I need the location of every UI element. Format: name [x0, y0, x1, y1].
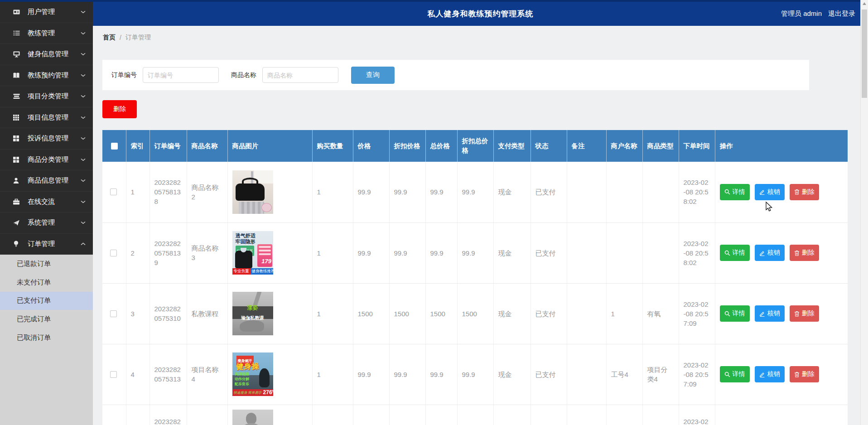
- sidebar-item-user-mgmt[interactable]: 用户管理: [0, 2, 93, 23]
- submenu-item-completed-orders[interactable]: 已完成订单: [0, 310, 93, 328]
- cell-product-name: 商品名称2: [187, 162, 227, 222]
- sidebar-item-complaint-info[interactable]: 投诉信息管理: [0, 128, 93, 150]
- submenu-item-cancelled-orders[interactable]: 已取消订单: [0, 328, 93, 347]
- cell-status: 已支付: [530, 222, 567, 283]
- table-row: 4 20232820575313 项目名称4 瘦身燃汗 健身操 高清视频 动作分…: [102, 344, 848, 405]
- row-checkbox[interactable]: [110, 310, 117, 317]
- cell-price: 1500: [353, 283, 389, 344]
- order-no-input[interactable]: [143, 67, 219, 83]
- delete-button[interactable]: 删除: [790, 366, 819, 382]
- cell-total: 99.9: [425, 222, 457, 283]
- row-checkbox[interactable]: [110, 188, 117, 195]
- detail-button[interactable]: 详情: [720, 184, 750, 200]
- sidebar-item-coach-mgmt[interactable]: 教练管理: [0, 23, 93, 44]
- sidebar-item-product-category[interactable]: 商品分类管理: [0, 150, 93, 171]
- sidebar-item-project-info[interactable]: 项目信息管理: [0, 107, 93, 129]
- cell-order-time: 2023-02-08 20:58:02: [679, 162, 715, 222]
- bulk-delete-button[interactable]: 删除: [102, 100, 137, 118]
- cell-product-type: [642, 162, 679, 222]
- select-all-checkbox[interactable]: [111, 143, 118, 150]
- order-no-label: 订单编号: [111, 71, 137, 79]
- sidebar-item-project-category[interactable]: 项目分类管理: [0, 86, 93, 107]
- search-icon: [724, 250, 730, 256]
- sidebar-item-product-info[interactable]: 商品信息管理: [0, 170, 93, 192]
- cell-order-no: 202328205758138: [149, 162, 187, 222]
- submenu-item-unpaid-orders[interactable]: 未支付订单: [0, 273, 93, 292]
- verify-button[interactable]: 核销: [755, 366, 785, 382]
- cell-actions: 详情 核销 删除: [715, 283, 848, 344]
- cell-remark: [567, 344, 606, 405]
- product-name-input[interactable]: [262, 67, 338, 83]
- cell-discount-price: 1500: [389, 283, 425, 344]
- vertical-scrollbar[interactable]: [860, 0, 868, 425]
- chevron-down-icon: [81, 53, 86, 56]
- pencil-icon: [759, 250, 765, 256]
- user-icon: [13, 177, 21, 184]
- cell-discount-total: 99.9: [457, 222, 493, 283]
- page: 用户管理 教练管理 健身信息管理 教练预约管理: [0, 0, 868, 425]
- cell-qty: 1: [312, 344, 353, 405]
- chevron-down-icon: [81, 137, 86, 140]
- cell-total: 1500: [425, 283, 457, 344]
- row-checkbox[interactable]: [110, 371, 117, 378]
- cell-order-time: 2023-02-08 20:58:02: [679, 222, 715, 283]
- cell-status: 已支付: [530, 283, 567, 344]
- cell-price: 99.9: [353, 162, 389, 222]
- sidebar-item-label: 教练管理: [28, 29, 81, 38]
- chevron-down-icon: [81, 158, 86, 161]
- verify-button[interactable]: 核销: [755, 184, 785, 200]
- trash-icon: [794, 311, 800, 317]
- submenu-item-refunded-orders[interactable]: 已退款订单: [0, 255, 93, 273]
- logout-link[interactable]: 退出登录: [828, 10, 855, 18]
- col-product-image: 商品图片: [227, 130, 312, 162]
- submenu-item-paid-orders[interactable]: 已支付订单: [0, 292, 93, 310]
- trash-icon: [794, 189, 800, 195]
- delete-button[interactable]: 删除: [790, 305, 819, 322]
- cell-order-no: 202328205758139: [149, 222, 187, 283]
- cell-product-type: 有氧: [642, 283, 679, 344]
- sidebar-item-label: 系统管理: [28, 218, 81, 227]
- cell-qty: 1: [312, 283, 353, 344]
- sidebar-item-label: 项目分类管理: [28, 92, 81, 101]
- product-image: [232, 410, 273, 425]
- breadcrumb-home[interactable]: 首页: [103, 34, 116, 42]
- sidebar-item-order-mgmt[interactable]: 订单管理: [0, 234, 93, 255]
- chevron-down-icon: [81, 200, 86, 203]
- col-status: 状态: [530, 130, 567, 162]
- cell-index: 2: [126, 222, 149, 283]
- cell-qty: 1: [312, 222, 353, 283]
- sidebar-item-fitness-info[interactable]: 健身信息管理: [0, 44, 93, 65]
- table-row: 1 202328205758138 商品名称2 1 99.9: [102, 162, 848, 222]
- sidebar-item-label: 商品信息管理: [28, 176, 81, 185]
- pencil-icon: [759, 311, 765, 317]
- paper-plane-icon: [13, 219, 21, 227]
- cell-pay-type: 现金: [493, 222, 530, 283]
- cell-merchant: 1: [606, 283, 642, 344]
- detail-button[interactable]: 详情: [720, 305, 750, 322]
- delete-button[interactable]: 删除: [790, 245, 819, 261]
- row-checkbox[interactable]: [110, 250, 117, 256]
- col-order-no: 订单编号: [149, 130, 187, 162]
- table-header: 索引 订单编号 商品名称 商品图片 购买数量 价格 折扣价格 总价格 折扣总价格…: [102, 130, 848, 162]
- cell-index: [126, 405, 149, 425]
- scrollbar-thumb[interactable]: [862, 10, 867, 98]
- verify-button[interactable]: 核销: [755, 245, 785, 261]
- col-remark: 备注: [567, 130, 606, 162]
- table-row: 3 20232820575310 私教课程 漾姿 瑜伽私教课: [102, 283, 848, 344]
- sidebar-item-online-chat[interactable]: 在线交流: [0, 192, 93, 213]
- trash-icon: [794, 250, 800, 256]
- cell-product-name: 私教课程: [187, 283, 227, 344]
- sidebar-item-coach-booking[interactable]: 教练预约管理: [0, 65, 93, 87]
- detail-button[interactable]: 详情: [720, 366, 750, 382]
- scrollbar-up-arrow-icon[interactable]: [863, 2, 866, 5]
- cell-product-name: 项目名称4: [187, 344, 227, 405]
- cell-price: 99.9: [353, 344, 389, 405]
- header-user-area: 管理员 admin 退出登录: [781, 10, 868, 18]
- trash-icon: [794, 372, 800, 377]
- detail-button[interactable]: 详情: [720, 245, 750, 261]
- verify-button[interactable]: 核销: [755, 305, 785, 322]
- submenu-item-label: 已退款订单: [17, 260, 51, 268]
- query-button[interactable]: 查询: [351, 67, 395, 84]
- delete-button[interactable]: 删除: [790, 184, 819, 200]
- sidebar-item-system-mgmt[interactable]: 系统管理: [0, 212, 93, 234]
